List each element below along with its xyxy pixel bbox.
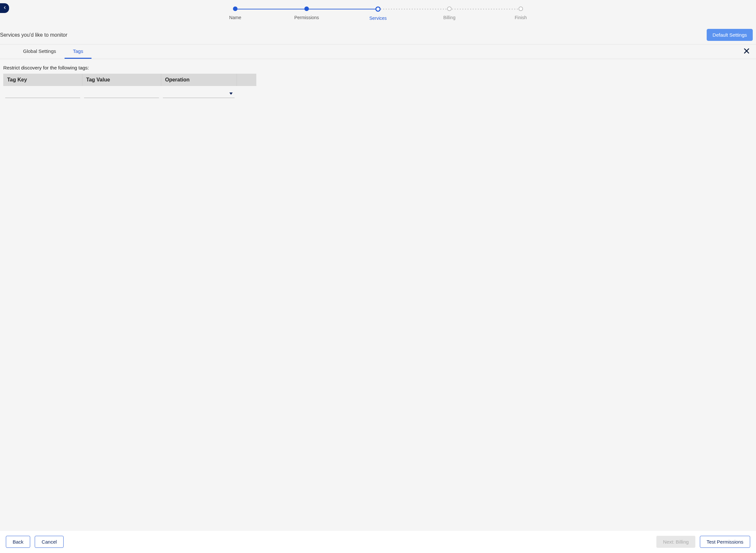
tab-tags[interactable]: Tags bbox=[65, 45, 92, 59]
step-label: Permissions bbox=[294, 15, 319, 20]
tab-global-settings[interactable]: Global Settings bbox=[15, 45, 65, 59]
step-label: Name bbox=[229, 15, 241, 20]
operation-select[interactable] bbox=[163, 89, 235, 98]
step-dot-icon bbox=[233, 6, 238, 11]
page-title: Services you'd like to monitor bbox=[0, 32, 68, 38]
step-name: Name bbox=[199, 6, 271, 20]
step-connector bbox=[378, 9, 449, 9]
step-dot-icon bbox=[304, 6, 309, 11]
content-area: Restrict discovery for the following tag… bbox=[0, 59, 756, 530]
close-tabs-button[interactable] bbox=[743, 48, 750, 56]
chevron-left-icon bbox=[3, 5, 7, 11]
restrict-discovery-text: Restrict discovery for the following tag… bbox=[3, 65, 753, 70]
stepper: Name Permissions Services Billing Finish bbox=[0, 0, 756, 29]
test-permissions-button[interactable]: Test Permissions bbox=[700, 536, 750, 548]
step-label: Billing bbox=[443, 15, 455, 20]
step-label: Services bbox=[369, 16, 387, 21]
back-button[interactable]: Back bbox=[6, 536, 30, 548]
tags-table: Tag Key Tag Value Operation bbox=[3, 74, 256, 98]
back-chevron-tab[interactable] bbox=[0, 3, 9, 13]
footer-bar: Back Cancel Next: Billing Test Permissio… bbox=[0, 530, 756, 553]
step-connector bbox=[235, 9, 307, 9]
step-dot-icon bbox=[518, 6, 523, 11]
step-connector bbox=[449, 9, 521, 9]
column-header-operation: Operation bbox=[161, 74, 237, 86]
tag-value-input[interactable] bbox=[84, 89, 159, 98]
column-header-tag-key: Tag Key bbox=[3, 74, 82, 86]
column-header-tag-value: Tag Value bbox=[82, 74, 161, 86]
subheader-row: Services you'd like to monitor Default S… bbox=[0, 29, 756, 45]
default-settings-button[interactable]: Default Settings bbox=[707, 29, 753, 41]
cancel-button[interactable]: Cancel bbox=[35, 536, 64, 548]
close-icon bbox=[743, 50, 750, 56]
step-connector bbox=[307, 9, 378, 9]
table-row bbox=[3, 86, 256, 98]
tag-key-input[interactable] bbox=[5, 89, 80, 98]
step-dot-icon bbox=[375, 6, 381, 12]
tabs-bar: Global Settings Tags bbox=[0, 45, 756, 59]
step-label: Finish bbox=[515, 15, 527, 20]
next-billing-button: Next: Billing bbox=[656, 536, 695, 548]
step-dot-icon bbox=[447, 6, 452, 11]
column-header-action bbox=[237, 74, 256, 86]
